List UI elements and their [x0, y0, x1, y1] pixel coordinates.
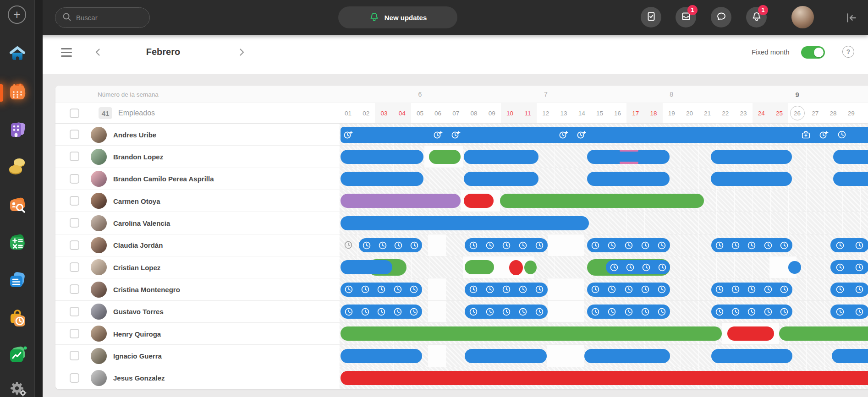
- create-button[interactable]: +: [8, 5, 26, 24]
- row-checkbox[interactable]: [70, 284, 79, 294]
- employee-name[interactable]: Gustavo Torres: [113, 308, 164, 315]
- shift-bar[interactable]: [584, 349, 670, 363]
- collapse-sidebar-button[interactable]: [844, 11, 858, 25]
- shift-bar[interactable]: [341, 283, 422, 297]
- shift-bar[interactable]: [587, 172, 670, 186]
- row-checkbox[interactable]: [70, 351, 79, 360]
- shift-bar[interactable]: [727, 326, 774, 341]
- shift-dot[interactable]: [509, 260, 523, 275]
- shift-bar[interactable]: [341, 216, 589, 230]
- shift-bar[interactable]: [341, 194, 460, 208]
- row-checkbox[interactable]: [70, 196, 79, 206]
- shift-bar[interactable]: [341, 326, 722, 341]
- select-all-checkbox[interactable]: [70, 109, 79, 118]
- shift-bar[interactable]: [341, 127, 868, 143]
- employee-name[interactable]: Ignacio Guerra: [113, 352, 162, 359]
- row-checkbox[interactable]: [70, 262, 79, 272]
- chat-button[interactable]: [711, 7, 731, 27]
- menu-button[interactable]: [61, 48, 72, 57]
- shift-bar[interactable]: [500, 194, 704, 208]
- row-checkbox[interactable]: [70, 307, 79, 316]
- shift-bar[interactable]: [464, 172, 538, 186]
- user-avatar[interactable]: [791, 6, 814, 28]
- new-updates-button[interactable]: New updates: [338, 6, 457, 28]
- sidebar-item-finances[interactable]: [0, 155, 34, 181]
- shift-bar[interactable]: [779, 326, 868, 341]
- employee-name[interactable]: Carmen Otoya: [113, 197, 160, 205]
- sidebar-item-recruiting[interactable]: [0, 193, 34, 219]
- clock-plus-icon[interactable]: [451, 130, 461, 139]
- shift-bar[interactable]: [341, 260, 392, 274]
- shift-bar[interactable]: [465, 260, 494, 274]
- shift-bar[interactable]: [830, 260, 868, 274]
- sidebar-item-documents[interactable]: [0, 269, 34, 294]
- row-checkbox[interactable]: [70, 218, 79, 228]
- row-checkbox[interactable]: [70, 130, 79, 139]
- sidebar-item-analytics[interactable]: [0, 343, 34, 369]
- employee-name[interactable]: Claudia Jordán: [113, 241, 163, 249]
- clock-plus-icon[interactable]: [343, 130, 353, 139]
- shift-dot[interactable]: [524, 261, 537, 274]
- employee-name[interactable]: Brandon Lopez: [113, 152, 163, 160]
- search-box[interactable]: [55, 7, 150, 28]
- employee-name[interactable]: Cristian Lopez: [113, 263, 160, 271]
- previous-month-button[interactable]: [93, 47, 103, 57]
- shift-bar[interactable]: [429, 150, 461, 164]
- shift-bar[interactable]: [465, 283, 548, 297]
- clock-icon[interactable]: [837, 130, 847, 139]
- shift-bar[interactable]: [711, 349, 792, 363]
- clock-plus-icon[interactable]: [559, 130, 569, 139]
- shift-bar[interactable]: [359, 238, 422, 252]
- shift-bar[interactable]: [341, 172, 423, 186]
- shift-bar[interactable]: [711, 172, 791, 186]
- employee-name[interactable]: Henry Quiroga: [113, 330, 161, 337]
- sidebar-item-payroll[interactable]: [0, 231, 34, 257]
- employee-name[interactable]: Brandon Camilo Perea Asprilla: [113, 175, 214, 183]
- shift-bar[interactable]: [341, 349, 422, 363]
- sidebar-item-shifts[interactable]: [0, 80, 34, 106]
- shift-bar[interactable]: [465, 305, 548, 319]
- shift-bar[interactable]: [832, 349, 868, 363]
- shift-bar[interactable]: [830, 283, 868, 297]
- sidebar-item-settings[interactable]: [0, 376, 34, 397]
- shift-bar[interactable]: [465, 238, 548, 252]
- shift-bar[interactable]: [341, 305, 422, 319]
- shift-bar[interactable]: [341, 150, 423, 164]
- fixed-month-toggle[interactable]: [801, 46, 825, 59]
- inbox-button[interactable]: 1: [676, 7, 696, 27]
- sidebar-item-time[interactable]: [0, 307, 34, 333]
- shift-dot[interactable]: [788, 261, 801, 274]
- employee-name[interactable]: Jesus Gonzalez: [113, 374, 165, 382]
- clock-plus-icon[interactable]: [577, 130, 587, 139]
- tasks-button[interactable]: [641, 7, 661, 27]
- help-button[interactable]: ?: [842, 46, 854, 58]
- shift-bar[interactable]: [341, 371, 868, 385]
- shift-bar[interactable]: [711, 305, 792, 319]
- row-checkbox[interactable]: [70, 329, 79, 338]
- shift-bar[interactable]: [464, 194, 494, 208]
- search-input[interactable]: [76, 14, 140, 22]
- shift-bar[interactable]: [587, 305, 670, 319]
- employee-name[interactable]: Carolina Valencia: [113, 219, 170, 227]
- shift-bar[interactable]: [833, 172, 868, 186]
- clock-plus-icon[interactable]: [819, 130, 829, 139]
- briefcase-plus-icon[interactable]: [801, 130, 811, 139]
- shift-bar[interactable]: [711, 238, 792, 252]
- row-checkbox[interactable]: [70, 373, 79, 383]
- row-checkbox[interactable]: [70, 152, 79, 161]
- employee-name[interactable]: Cristina Montenegro: [113, 285, 180, 293]
- shift-bar[interactable]: [830, 238, 868, 252]
- row-checkbox[interactable]: [70, 174, 79, 184]
- shift-bar[interactable]: [830, 305, 868, 319]
- next-month-button[interactable]: [236, 47, 247, 57]
- shift-bar[interactable]: [587, 150, 670, 164]
- sidebar-item-home[interactable]: [0, 42, 34, 68]
- shift-bar[interactable]: [464, 150, 538, 164]
- shift-bar[interactable]: [587, 238, 670, 252]
- shift-bar[interactable]: [465, 349, 546, 363]
- shift-bar[interactable]: [606, 260, 670, 274]
- shift-bar[interactable]: [711, 150, 791, 164]
- employee-name[interactable]: Andres Uribe: [113, 131, 156, 138]
- sidebar-item-organization[interactable]: [0, 118, 34, 143]
- clock-plus-icon[interactable]: [433, 130, 443, 139]
